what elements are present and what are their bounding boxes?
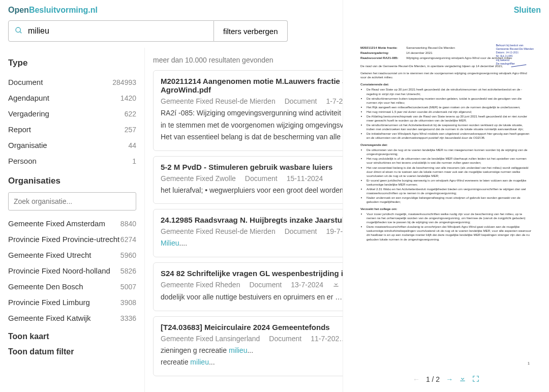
doc-bullet: De windturbinenormen buiten toepassing m… <box>367 97 532 105</box>
facet-label: Provincie Fixed Limburg <box>8 298 90 307</box>
facet-sidebar: Type Document284993Agendapunt1420Vergade… <box>0 48 145 392</box>
result-type: Document <box>269 335 301 343</box>
facet-label: Report <box>8 125 31 134</box>
facet-count: 622 <box>125 110 136 118</box>
search-box[interactable] <box>8 20 214 42</box>
facet-count: 3908 <box>120 298 136 307</box>
facet-count: 8840 <box>120 220 136 228</box>
show-map-button[interactable]: Toon kaart <box>8 332 136 341</box>
logo-open: Open <box>8 6 29 14</box>
facet-count: 257 <box>125 126 136 134</box>
doc-bullet: De Raad van State op 30 juni 2021 heeft … <box>367 87 532 96</box>
facet-count: 5826 <box>120 267 136 275</box>
page-indicator: 1 / 2 <box>426 375 440 383</box>
search-input[interactable] <box>28 26 207 36</box>
facet-type-row[interactable]: Document284993 <box>8 74 136 90</box>
doc-bullet: Deze maatwerkvoorschriften dusdanig te o… <box>367 225 532 241</box>
facet-label: Gemeente Fixed Katwijk <box>8 314 91 322</box>
show-date-filter-button[interactable]: Toon datum filter <box>8 347 136 356</box>
result-type: Document <box>285 97 317 105</box>
facet-org-row[interactable]: Gemeente Fixed Utrecht5960 <box>8 247 136 263</box>
facet-org-row[interactable]: Provincie Fixed Limburg3908 <box>8 294 136 310</box>
doc-bullet: De Afdeling bestuursrechtspraak van de R… <box>367 114 532 123</box>
doc-bullet: Het nog minimaal 1,5 jaar zal duren voor… <box>367 110 532 114</box>
result-type: Document <box>249 281 282 289</box>
doc-bullet: Nader onderzoek en een zorgvuldige belan… <box>367 196 532 204</box>
org-search-input[interactable] <box>8 192 136 210</box>
logo-rest: Besluitvorming.nl <box>29 6 98 14</box>
doc-bullet: Het nog onduidelijk is of de uitkomsten … <box>367 157 532 165</box>
sheet-page-number: 1 <box>528 361 530 366</box>
doc-bullet: De windturbinenormen uit het Activiteite… <box>367 123 532 131</box>
facet-label: Persoon <box>8 157 37 165</box>
result-org: Gemeente Fixed Zwolle <box>161 174 236 183</box>
result-date: 13-7-2024 <box>291 281 323 289</box>
facet-label: Document <box>8 78 43 86</box>
doc-bullet: Het Rijk aangeeft een milieueffectonderz… <box>367 105 532 109</box>
result-org: Gemeente Fixed Reusel-de Mierden <box>161 227 276 235</box>
doc-bullet: Artikel 2.31 Wabo en het Activiteitenbes… <box>367 187 532 195</box>
document-page[interactable]: Behoort bij besluit van Gemeente Reusel-… <box>353 41 539 372</box>
download-button[interactable] <box>459 375 466 384</box>
result-org: Gemeente Fixed Rheden <box>161 281 240 289</box>
facet-label: Organisatie <box>8 141 47 149</box>
result-date: 15-11-2024 <box>287 174 323 183</box>
facet-type-row[interactable]: Organisatie44 <box>8 137 136 153</box>
facet-org-row[interactable]: Gemeente Fixed Amsterdam8840 <box>8 216 136 231</box>
facet-count: 3336 <box>120 314 136 322</box>
filters-toggle-button[interactable]: filters verbergen <box>214 20 288 42</box>
facet-label: Agendapunt <box>8 94 49 102</box>
facet-count: 6274 <box>120 235 136 244</box>
doc-bullet: Er vooral geen juridische borging aanwez… <box>367 178 532 187</box>
result-type: Document <box>285 227 317 235</box>
facet-count: 5960 <box>120 251 136 259</box>
facet-label: Gemeente Fixed Amsterdam <box>8 219 105 228</box>
facet-count: 1420 <box>120 94 136 102</box>
doc-bullet: Het van essentieel belang is dat de besc… <box>367 166 532 178</box>
doc-bullet: Voor zover juridisch mogelijk, maatwerkv… <box>367 212 532 224</box>
prev-page-button: ← <box>413 375 420 383</box>
close-viewer-button[interactable]: Sluiten <box>514 6 541 15</box>
facet-label: Gemeente Fixed Utrecht <box>8 251 91 259</box>
fullscreen-button[interactable] <box>472 375 479 384</box>
doc-bullet: De initiatiefnemer van Windpark Agro-Win… <box>367 132 532 140</box>
next-page-button[interactable]: → <box>446 375 453 383</box>
facet-heading-type: Type <box>8 58 136 68</box>
result-org: Gemeente Fixed Reusel-de Mierden <box>161 97 276 105</box>
facet-type-row[interactable]: Persoon1 <box>8 153 136 169</box>
doc-bullet: De uitkomsten van de nog uit te voeren l… <box>367 148 532 156</box>
facet-label: Provincie Fixed Provincie-utrecht <box>8 235 119 244</box>
facet-count: 1 <box>132 157 136 165</box>
facet-type-row[interactable]: Agendapunt1420 <box>8 90 136 106</box>
facet-type-row[interactable]: Vergadering622 <box>8 106 136 122</box>
result-date: 11-7-202… <box>311 335 346 343</box>
facet-org-row[interactable]: Gemeente Fixed Katwijk3336 <box>8 310 136 326</box>
facet-label: Gemeente Den Bosch <box>8 282 83 291</box>
search-icon <box>15 26 23 36</box>
facet-type-row[interactable]: Report257 <box>8 122 136 137</box>
signature-scribble <box>510 54 527 67</box>
facet-label: Provincie Fixed Noord-holland <box>8 266 110 275</box>
facet-heading-orgs: Organisaties <box>8 176 136 186</box>
svg-point-0 <box>16 27 20 32</box>
facet-count: 284993 <box>112 78 136 86</box>
pdf-pager: ← 1 / 2 → <box>353 372 539 387</box>
facet-count: 5007 <box>120 283 136 291</box>
facet-org-row[interactable]: Gemeente Den Bosch5007 <box>8 279 136 294</box>
result-org: Gemeente Fixed Lansingerland <box>161 335 260 343</box>
facet-count: 44 <box>128 141 136 149</box>
facet-org-row[interactable]: Provincie Fixed Provincie-utrecht6274 <box>8 231 136 247</box>
svg-line-1 <box>20 32 21 33</box>
facet-label: Vergadering <box>8 109 49 118</box>
app-logo[interactable]: OpenBesluitvorming.nl <box>8 6 98 15</box>
result-type: Document <box>245 174 278 183</box>
facet-org-row[interactable]: Provincie Fixed Noord-holland5826 <box>8 263 136 279</box>
document-viewer-panel: Sluiten Behoort bij besluit van Gemeente… <box>343 0 549 392</box>
download-icon[interactable] <box>332 281 340 289</box>
